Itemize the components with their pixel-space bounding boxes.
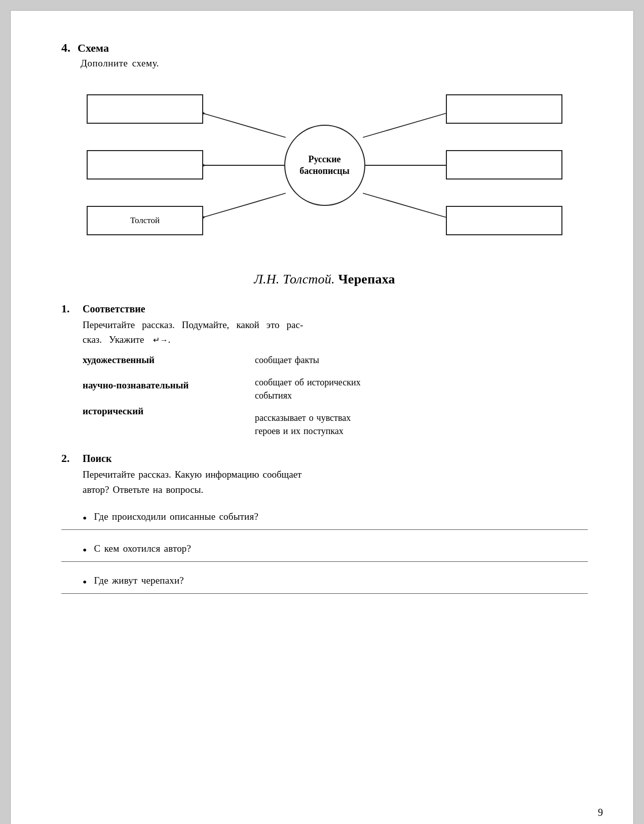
bullet-3: • bbox=[83, 576, 87, 588]
bullet-1: • bbox=[83, 512, 87, 524]
diagram-circle: Русские баснописцы bbox=[284, 125, 365, 206]
section4-subtitle: Дополните схему. bbox=[81, 58, 588, 69]
exercise2-header: 2. Поиск bbox=[61, 452, 588, 465]
matching-left: художественный научно-познавательный ист… bbox=[83, 353, 224, 438]
question-1: • Где происходили описанные события? bbox=[83, 511, 588, 524]
answer-line-3 bbox=[61, 593, 588, 594]
diagram-box-br[interactable] bbox=[446, 206, 562, 235]
term-3: исторический bbox=[83, 405, 224, 418]
page-number: 9 bbox=[598, 807, 603, 818]
def-2: сообщает об исторических событиях bbox=[255, 376, 588, 402]
diagram-box-bl[interactable]: Толстой bbox=[87, 206, 203, 235]
exercise1-header: 1. Соответствие bbox=[61, 302, 588, 315]
section4-title: Схема bbox=[78, 42, 109, 55]
story-title-bold: Черепаха bbox=[335, 272, 395, 286]
svg-line-3 bbox=[363, 112, 450, 137]
question-3: • Где живут черепахи? bbox=[83, 575, 588, 588]
section4-number: 4. bbox=[61, 41, 70, 55]
answer-line-1 bbox=[61, 529, 588, 530]
matching-container: художественный научно-познавательный ист… bbox=[83, 353, 588, 438]
diagram-box-tr[interactable] bbox=[446, 94, 562, 124]
page: 4. Схема Дополните схему. bbox=[10, 10, 634, 824]
story-title: Л.Н. Толстой. Черепаха bbox=[61, 272, 588, 287]
svg-line-0 bbox=[199, 112, 285, 137]
svg-line-2 bbox=[199, 193, 285, 219]
diagram-box-ml[interactable] bbox=[87, 150, 203, 180]
question-2: • С кем охотился автор? bbox=[83, 543, 588, 556]
bullet-2: • bbox=[83, 544, 87, 556]
exercise1: 1. Соответствие Перечитайте рассказ. Под… bbox=[61, 302, 588, 438]
exercise2-number: 2. bbox=[61, 452, 75, 465]
exercise1-number: 1. bbox=[61, 302, 75, 315]
matching-right: сообщает факты сообщает об исторических … bbox=[255, 353, 588, 438]
exercise2-title: Поиск bbox=[83, 453, 111, 464]
exercise2: 2. Поиск Перечитайте рассказ. Какую инфо… bbox=[61, 452, 588, 497]
exercise2-text: Перечитайте рассказ. Какую информацию со… bbox=[83, 467, 588, 497]
svg-line-5 bbox=[363, 193, 450, 219]
def-1: сообщает факты bbox=[255, 353, 588, 367]
def-3: рассказывает о чувствах героев и их пост… bbox=[255, 411, 588, 438]
term-1: художественный bbox=[83, 353, 224, 367]
section4-header: 4. Схема bbox=[61, 41, 588, 55]
questions-list: • Где происходили описанные события? • С… bbox=[61, 511, 588, 594]
answer-line-2 bbox=[61, 561, 588, 562]
diagram-box-tl[interactable] bbox=[87, 94, 203, 124]
term-2: научно-познавательный bbox=[83, 379, 224, 392]
story-title-italic: Л.Н. Толстой. bbox=[254, 272, 335, 286]
exercise1-title: Соответствие bbox=[83, 303, 145, 315]
arrow-hint: ↵→ bbox=[153, 334, 168, 347]
exercise1-text: Перечитайте рассказ. Подумайте, какой эт… bbox=[83, 317, 588, 347]
diagram-box-mr[interactable] bbox=[446, 150, 562, 180]
diagram-container: Русские баснописцы Толстой bbox=[61, 84, 588, 246]
